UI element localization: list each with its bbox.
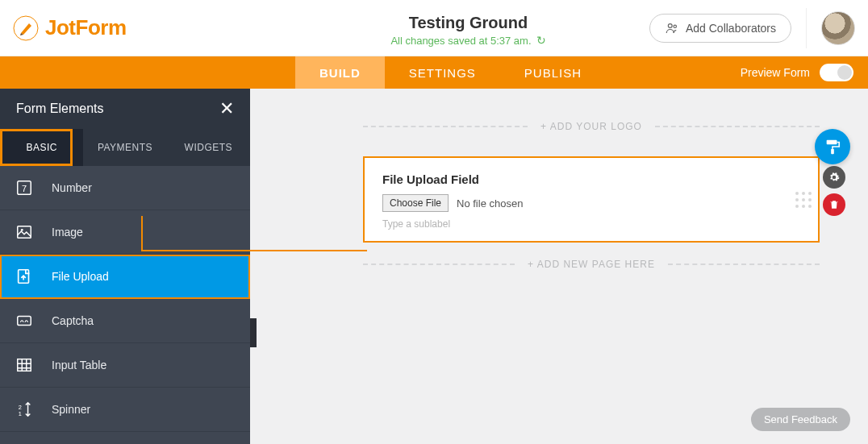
element-label: Image bbox=[52, 226, 83, 239]
elements-list: 7 Number Image File Upload Captcha Input… bbox=[0, 166, 250, 444]
element-label: Spinner bbox=[52, 403, 90, 416]
preview-toggle[interactable] bbox=[820, 64, 853, 81]
tab-settings[interactable]: SETTINGS bbox=[385, 56, 500, 89]
table-icon bbox=[15, 355, 34, 375]
pencil-icon bbox=[13, 15, 39, 41]
form-title[interactable]: Testing Ground bbox=[287, 14, 649, 32]
file-row: Choose File No file chosen bbox=[382, 194, 800, 212]
file-status: No file chosen bbox=[457, 197, 523, 210]
choose-file-button[interactable]: Choose File bbox=[382, 194, 449, 212]
svg-point-6 bbox=[21, 229, 23, 231]
dash-line bbox=[668, 263, 820, 265]
drag-handle-icon[interactable] bbox=[795, 192, 812, 208]
collab-label: Add Collaborators bbox=[686, 22, 776, 35]
preview-label: Preview Form bbox=[741, 66, 810, 79]
logo-text[interactable]: JotForm bbox=[45, 15, 127, 40]
trash-icon bbox=[828, 199, 840, 210]
main: Form Elements ✕ BASIC PAYMENTS WIDGETS 7… bbox=[0, 89, 868, 444]
field-label[interactable]: File Upload Field bbox=[382, 172, 800, 186]
sidebar-tab-basic[interactable]: BASIC bbox=[0, 129, 83, 166]
element-label: Input Table bbox=[52, 359, 106, 371]
add-page-text: + ADD NEW PAGE HERE bbox=[515, 259, 668, 270]
nav-right: Preview Form bbox=[741, 56, 868, 89]
scroll-indicator[interactable] bbox=[250, 318, 257, 347]
avatar[interactable] bbox=[821, 11, 855, 45]
top-actions: Add Collaborators bbox=[649, 8, 855, 48]
sidebar: Form Elements ✕ BASIC PAYMENTS WIDGETS 7… bbox=[0, 89, 250, 444]
svg-text:7: 7 bbox=[22, 184, 27, 193]
svg-point-1 bbox=[668, 23, 672, 27]
sidebar-tab-widgets[interactable]: WIDGETS bbox=[167, 129, 250, 166]
svg-rect-12 bbox=[827, 140, 837, 145]
title-area: Testing Ground All changes saved at 5:37… bbox=[287, 9, 649, 47]
close-icon[interactable]: ✕ bbox=[219, 98, 234, 119]
element-input-table[interactable]: Input Table bbox=[0, 343, 250, 388]
element-label: File Upload bbox=[52, 270, 109, 283]
divider bbox=[806, 8, 807, 48]
add-logo-text: + ADD YOUR LOGO bbox=[528, 121, 655, 132]
add-collaborators-button[interactable]: Add Collaborators bbox=[649, 14, 791, 43]
field-action-buttons bbox=[823, 166, 845, 216]
send-feedback-button[interactable]: Send Feedback bbox=[751, 408, 850, 431]
sidebar-header: Form Elements ✕ bbox=[0, 89, 250, 129]
people-icon bbox=[665, 21, 679, 35]
element-number[interactable]: 7 Number bbox=[0, 166, 250, 210]
sidebar-tab-payments[interactable]: PAYMENTS bbox=[83, 129, 166, 166]
svg-text:1: 1 bbox=[19, 410, 22, 417]
refresh-icon[interactable]: ↻ bbox=[536, 34, 546, 47]
svg-point-2 bbox=[674, 25, 676, 27]
element-file-upload[interactable]: File Upload bbox=[0, 255, 250, 299]
spinner-icon: 21 bbox=[15, 400, 34, 419]
nav-spacer bbox=[0, 56, 250, 89]
svg-rect-5 bbox=[18, 226, 31, 239]
save-status-text: All changes saved at 5:37 am. bbox=[390, 35, 531, 47]
highlight-connector bbox=[141, 250, 367, 251]
logo-area: JotForm bbox=[13, 15, 287, 41]
element-spinner[interactable]: 21 Spinner bbox=[0, 388, 250, 432]
main-nav: BUILD SETTINGS PUBLISH Preview Form bbox=[0, 56, 868, 89]
save-status: All changes saved at 5:37 am. ↻ bbox=[287, 34, 649, 47]
field-settings-button[interactable] bbox=[823, 166, 845, 189]
tab-build[interactable]: BUILD bbox=[295, 56, 385, 89]
sidebar-tabs: BASIC PAYMENTS WIDGETS bbox=[0, 129, 250, 166]
tab-publish[interactable]: PUBLISH bbox=[500, 56, 606, 89]
top-bar: JotForm Testing Ground All changes saved… bbox=[0, 0, 868, 56]
file-upload-icon bbox=[15, 267, 34, 286]
form-designer-button[interactable] bbox=[815, 129, 850, 164]
element-label: Captcha bbox=[52, 314, 94, 327]
element-image[interactable]: Image bbox=[0, 210, 250, 255]
image-icon bbox=[15, 222, 34, 242]
dash-line bbox=[363, 263, 515, 265]
highlight-connector bbox=[141, 216, 143, 250]
add-page-placeholder[interactable]: + ADD NEW PAGE HERE bbox=[363, 259, 820, 270]
canvas: + ADD YOUR LOGO File Upload Field Choose… bbox=[250, 89, 868, 444]
sublabel-input[interactable]: Type a sublabel bbox=[382, 218, 800, 230]
file-upload-field-card[interactable]: File Upload Field Choose File No file ch… bbox=[363, 156, 820, 243]
element-captcha[interactable]: Captcha bbox=[0, 299, 250, 343]
svg-rect-13 bbox=[831, 149, 834, 154]
element-label: Number bbox=[52, 181, 92, 194]
number-icon: 7 bbox=[15, 178, 34, 197]
paint-roller-icon bbox=[824, 138, 841, 156]
field-delete-button[interactable] bbox=[823, 193, 845, 216]
add-logo-placeholder[interactable]: + ADD YOUR LOGO bbox=[363, 121, 820, 132]
sidebar-title: Form Elements bbox=[16, 102, 103, 116]
svg-rect-9 bbox=[18, 359, 31, 371]
dash-line bbox=[363, 126, 528, 127]
dash-line bbox=[655, 126, 820, 127]
svg-rect-8 bbox=[18, 317, 31, 326]
gear-icon bbox=[828, 172, 840, 183]
captcha-icon bbox=[15, 311, 34, 330]
